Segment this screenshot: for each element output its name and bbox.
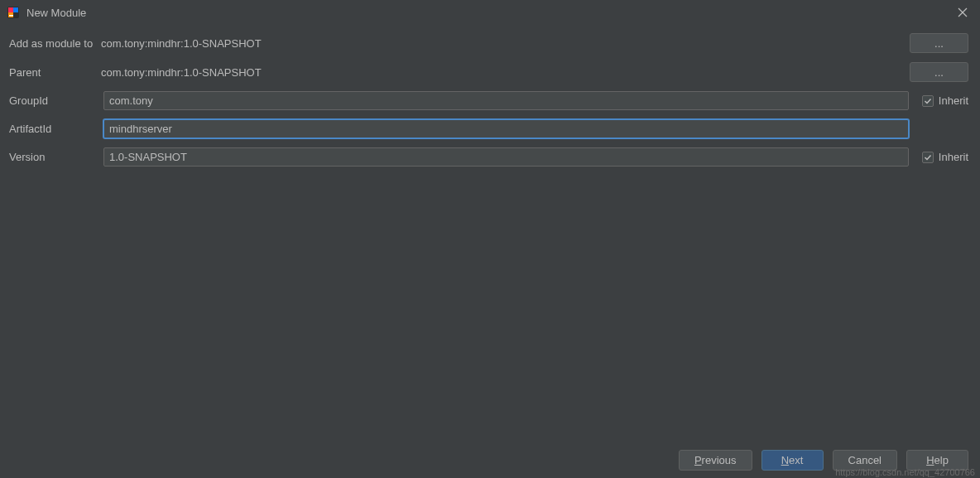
version-row: Version Inherit: [9, 147, 968, 167]
watermark-text: https://blog.csdn.net/qq_42700766: [835, 467, 975, 477]
add-as-module-label: Add as module to: [9, 37, 101, 50]
form-content: Add as module to com.tony:mindhr:1.0-SNA…: [0, 25, 980, 167]
groupid-row: GroupId Inherit: [9, 91, 968, 110]
parent-value: com.tony:mindhr:1.0-SNAPSHOT: [101, 66, 262, 79]
artifactid-label: ArtifactId: [9, 123, 103, 135]
add-as-module-value: com.tony:mindhr:1.0-SNAPSHOT: [101, 37, 262, 50]
next-button[interactable]: Next: [761, 450, 824, 471]
close-icon[interactable]: [955, 5, 970, 20]
intellij-icon: [7, 6, 20, 19]
add-as-module-row: Add as module to com.tony:mindhr:1.0-SNA…: [9, 33, 968, 53]
version-inherit-label: Inherit: [939, 151, 968, 163]
svg-rect-4: [9, 15, 13, 17]
groupid-inherit-checkbox[interactable]: [922, 95, 934, 107]
parent-row: Parent com.tony:mindhr:1.0-SNAPSHOT ...: [9, 62, 968, 82]
artifactid-row: ArtifactId: [9, 119, 968, 138]
version-input[interactable]: [103, 147, 909, 167]
add-as-module-browse-button[interactable]: ...: [910, 33, 968, 53]
artifactid-input[interactable]: [103, 119, 909, 138]
titlebar: New Module: [0, 0, 980, 25]
parent-browse-button[interactable]: ...: [910, 62, 968, 82]
version-inherit-checkbox[interactable]: [922, 152, 934, 163]
groupid-input[interactable]: [103, 91, 909, 110]
previous-button[interactable]: Previous: [679, 450, 752, 471]
groupid-inherit-label: Inherit: [939, 94, 968, 107]
version-label: Version: [9, 151, 103, 163]
window-title: New Module: [26, 7, 86, 19]
svg-rect-2: [13, 7, 18, 12]
groupid-label: GroupId: [9, 94, 103, 107]
svg-rect-1: [8, 7, 13, 12]
parent-label: Parent: [9, 66, 101, 79]
